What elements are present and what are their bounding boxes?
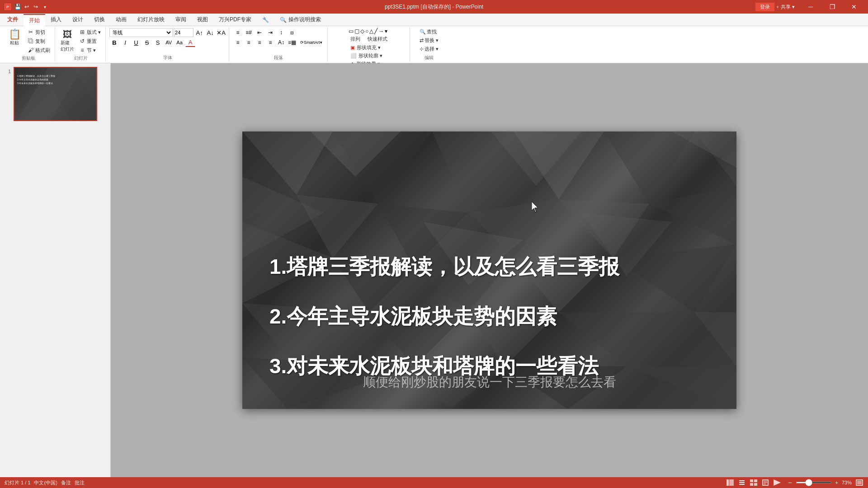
clear-format-btn[interactable]: ✕A — [216, 28, 226, 37]
tab-slideshow[interactable]: 幻灯片放映 — [132, 14, 170, 26]
tab-devtools[interactable]: 🔧 — [257, 14, 274, 26]
slide-canvas[interactable]: 1.塔牌三季报解读，以及怎么看三季报 2.今年主导水泥板块走势的因素 3.对未来… — [242, 131, 736, 409]
arrow-shape[interactable]: → — [378, 28, 384, 34]
circle-shape[interactable]: ○ — [365, 28, 368, 34]
shape-fill-button[interactable]: ▣ 形状填充 ▾ — [349, 44, 389, 52]
align-left-btn[interactable]: ≡ — [233, 38, 243, 47]
rect-shape[interactable]: ▭ — [349, 28, 354, 34]
line-shape[interactable]: ╱ — [374, 28, 377, 34]
zoom-slider[interactable] — [796, 482, 832, 483]
fit-slide-btn[interactable] — [855, 479, 863, 487]
new-slide-button[interactable]: 🖼 新建幻灯片 — [59, 28, 76, 53]
decrease-indent-btn[interactable]: ⇤ — [255, 28, 264, 37]
para-row-1: ≡ ≡# ⇤ ⇥ ↕ ⧈ — [233, 28, 325, 37]
slide-text-line1[interactable]: 1.塔牌三季报解读，以及怎么看三季报 — [242, 253, 736, 281]
tab-file[interactable]: 文件 — [2, 14, 24, 26]
columns-btn[interactable]: ⧈ — [287, 28, 297, 37]
char-spacing-btn[interactable]: AV — [164, 38, 174, 47]
triangle-shape[interactable]: △ — [369, 28, 373, 34]
increase-font-btn[interactable]: A↑ — [194, 28, 204, 37]
numbered-list-btn[interactable]: ≡# — [244, 28, 254, 37]
more-shapes[interactable]: ▾ — [385, 28, 387, 34]
comments-btn[interactable]: 批注 — [75, 479, 85, 486]
shadow-btn[interactable]: S — [153, 38, 163, 47]
tab-review[interactable]: 审阅 — [170, 14, 192, 26]
quick-styles-button[interactable]: 快速样式 — [366, 35, 389, 43]
select-button[interactable]: ⊹ 选择 ▾ — [418, 45, 440, 53]
restore-button[interactable]: ❐ — [822, 0, 843, 14]
round-rect-shape[interactable]: ▢ — [354, 28, 359, 34]
tab-transitions[interactable]: 切换 — [89, 14, 110, 26]
undo-btn[interactable]: ↩ — [23, 3, 31, 11]
layout-button[interactable]: ⊞ 版式 ▾ — [77, 28, 103, 36]
tab-search[interactable]: 🔍 操作说明搜索 — [274, 14, 326, 26]
close-button[interactable]: ✕ — [844, 0, 864, 14]
shape-outline-button[interactable]: ⬜ 形状轮廓 ▾ — [349, 52, 389, 60]
slide-1-thumbnail[interactable]: 1.塔牌三季报解读，以及怎么看三季报 2.今年主导水泥板块走势的因素 3.对未来… — [14, 67, 97, 121]
slide-number: 1 — [4, 67, 11, 74]
slide-text-line2[interactable]: 2.今年主导水泥板块走势的因素 — [242, 303, 736, 330]
increase-indent-btn[interactable]: ⇥ — [265, 28, 275, 37]
tab-animations[interactable]: 动画 — [110, 14, 132, 26]
notes-btn[interactable]: 备注 — [61, 479, 71, 486]
new-slide-icon: 🖼 — [62, 29, 73, 40]
bullet-list-btn[interactable]: ≡ — [233, 28, 243, 37]
font-label: 字体 — [163, 55, 172, 61]
copy-button[interactable]: ⿻ 复制 — [25, 37, 52, 45]
diamond-shape[interactable]: ◇ — [360, 28, 364, 34]
app-icon[interactable]: P — [4, 3, 12, 11]
view-slide-sorter-btn[interactable] — [750, 479, 758, 487]
slide-1-wrapper: 1 1.塔牌三季报解读，以及怎么看三季报 2.今年主导水泥板块走势的因素 3.对… — [4, 67, 107, 121]
justify-btn[interactable]: ≡ — [265, 38, 275, 47]
svg-rect-42 — [754, 479, 757, 482]
font-color-btn[interactable]: A — [185, 38, 195, 47]
underline-btn[interactable]: U — [131, 38, 141, 47]
zoom-out-btn[interactable]: ─ — [788, 480, 792, 485]
text-direction-btn[interactable]: A↕ — [276, 38, 286, 47]
arrange-button[interactable]: 排列 — [349, 35, 362, 43]
find-button[interactable]: 🔍 查找 — [418, 28, 440, 36]
decrease-font-btn[interactable]: A↓ — [205, 28, 215, 37]
share-button[interactable]: ♀ 共享 ▾ — [776, 4, 795, 10]
zoom-in-btn[interactable]: + — [835, 480, 838, 485]
font-size-input[interactable] — [174, 28, 193, 37]
format-painter-button[interactable]: 🖌 格式刷 — [25, 46, 52, 54]
view-slideshow-btn[interactable] — [773, 479, 781, 487]
save-btn[interactable]: 💾 — [14, 3, 22, 11]
tab-insert[interactable]: 插入 — [45, 14, 67, 26]
section-button[interactable]: ≡ 节 ▾ — [77, 46, 103, 54]
view-normal-btn[interactable] — [726, 479, 734, 487]
reset-button[interactable]: ↺ 重置 — [77, 37, 103, 45]
tab-view[interactable]: 视图 — [192, 14, 213, 26]
minimize-button[interactable]: ─ — [800, 0, 821, 14]
convert-smartart-btn[interactable]: ⟳SmartArt▾ — [298, 38, 325, 47]
login-button[interactable]: 登录 — [755, 2, 775, 12]
paste-button[interactable]: 📋 粘贴 — [5, 28, 24, 47]
drawing-group-content: ▭ ▢ ◇ ○ △ ╱ → ▾ 排列 快速样式 — [349, 28, 389, 68]
tab-wanxingpdf[interactable]: 万兴PDF专家 — [213, 14, 257, 26]
line-spacing-btn[interactable]: ↕ — [276, 28, 286, 37]
main-area: 1 1.塔牌三季报解读，以及怎么看三季报 2.今年主导水泥板块走势的因素 3.对… — [0, 63, 868, 477]
tab-design[interactable]: 设计 — [67, 14, 89, 26]
slide-text-bottom[interactable]: 顺便给刚炒股的朋友说一下三季报要怎么去看 — [242, 374, 736, 391]
tab-home[interactable]: 开始 — [24, 14, 45, 26]
view-outline-btn[interactable] — [738, 479, 746, 487]
align-center-btn[interactable]: ≡ — [244, 38, 254, 47]
redo-btn[interactable]: ↪ — [32, 3, 40, 11]
italic-btn[interactable]: I — [120, 38, 130, 47]
change-case-btn[interactable]: Aa — [175, 38, 184, 47]
customize-btn[interactable]: ▾ — [41, 3, 49, 11]
align-text-btn[interactable]: ≡▦ — [287, 38, 297, 47]
bold-btn[interactable]: B — [109, 38, 119, 47]
svg-marker-6 — [604, 131, 694, 204]
font-name-select[interactable]: 等线 — [109, 28, 173, 37]
reset-label: 重置 — [87, 38, 97, 45]
cut-button[interactable]: ✂ 剪切 — [25, 28, 52, 36]
slide-thumb-bg: 1.塔牌三季报解读，以及怎么看三季报 2.今年主导水泥板块走势的因素 3.对未来… — [14, 68, 96, 120]
align-right-btn[interactable]: ≡ — [255, 38, 264, 47]
replace-button[interactable]: ⇄ 替换 ▾ — [418, 37, 440, 44]
strikethrough-btn[interactable]: S — [142, 38, 152, 47]
view-reading-btn[interactable] — [761, 479, 769, 487]
quick-access-toolbar: 💾 ↩ ↪ ▾ — [14, 3, 49, 11]
clipboard-label: 剪贴板 — [22, 55, 35, 61]
